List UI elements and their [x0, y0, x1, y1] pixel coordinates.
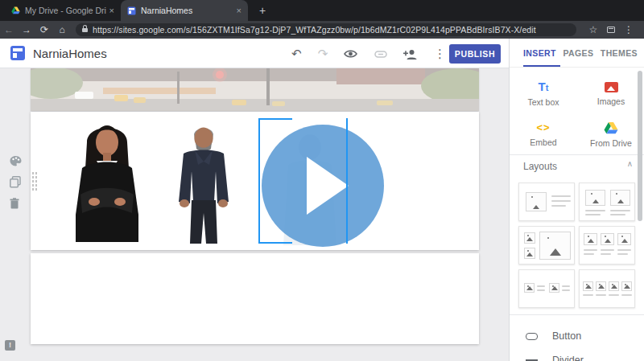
padlock-icon	[82, 28, 88, 32]
selection-left-edge	[258, 118, 260, 244]
close-icon[interactable]: ×	[237, 6, 242, 15]
layout-four-images-row[interactable]	[579, 269, 635, 308]
insert-items-grid: Tt Text box Images <> Embed From Drive	[510, 74, 644, 154]
active-tab-underline	[523, 65, 560, 67]
editor-canvas: !	[0, 68, 509, 361]
editor-actions: ↶ ↷	[291, 45, 446, 63]
selection-top-edge	[258, 118, 292, 120]
selection-bottom-edge	[258, 242, 292, 244]
layout-two-images-text-below[interactable]	[579, 183, 635, 221]
navbar-actions: ☆ ⋮	[584, 24, 644, 35]
google-drive-icon	[604, 121, 618, 134]
feedback-icon[interactable]: !	[5, 340, 15, 351]
browser-window: My Drive - Google Drive × NarniaHomes × …	[0, 0, 644, 361]
video-play-button[interactable]	[262, 125, 384, 247]
bookmark-star-icon[interactable]: ☆	[584, 24, 602, 35]
embed-code-icon: <>	[536, 122, 550, 133]
businesswoman-photo[interactable]	[63, 118, 151, 242]
browser-navbar: ← → ⟳ ⌂ https://sites.google.com/s/156ZX…	[0, 21, 644, 39]
tab-bar: My Drive - Google Drive × NarniaHomes × …	[0, 0, 644, 21]
images-icon	[605, 82, 618, 92]
tab-my-drive[interactable]: My Drive - Google Drive ×	[5, 0, 121, 21]
home-icon[interactable]: ⌂	[53, 24, 71, 35]
layout-two-image-text-pairs[interactable]	[518, 269, 575, 308]
section-drag-handle[interactable]	[31, 171, 39, 191]
layout-thumbnails-left-large-right[interactable]	[518, 226, 575, 265]
insert-button-item[interactable]: Button	[510, 325, 644, 347]
preview-eye-icon[interactable]	[344, 49, 357, 59]
insert-images[interactable]: Images	[577, 74, 644, 114]
divider-line	[510, 314, 644, 315]
address-bar[interactable]: https://sites.google.com/s/156ZXTM1IfSa7…	[76, 23, 576, 36]
back-icon[interactable]: ←	[0, 24, 18, 35]
tab-insert[interactable]: INSERT	[523, 48, 556, 58]
tab-pages[interactable]: PAGES	[563, 48, 593, 58]
empty-section[interactable]	[31, 253, 479, 344]
header-image-section[interactable]	[31, 68, 479, 111]
insert-text-box[interactable]: Tt Text box	[510, 74, 577, 114]
delete-section-icon[interactable]	[10, 198, 22, 210]
sidebar-tabs: INSERT PAGES THEMES	[510, 39, 644, 68]
tab-title: NarniaHomes	[141, 6, 233, 15]
url-text[interactable]: https://sites.google.com/s/156ZXTM1IfSa7…	[93, 25, 536, 35]
undo-icon[interactable]: ↶	[291, 45, 302, 63]
text-box-icon: Tt	[539, 81, 549, 93]
add-editors-icon[interactable]	[403, 49, 418, 59]
button-icon	[526, 333, 538, 340]
insert-sidebar: INSERT PAGES THEMES Tt Text box Images <…	[509, 39, 644, 361]
divider-line	[510, 154, 644, 155]
copy-link-icon	[374, 51, 387, 58]
browser-extension-icon[interactable]	[607, 27, 615, 33]
reload-icon[interactable]: ⟳	[35, 24, 53, 35]
section-style-palette-icon[interactable]	[10, 155, 22, 167]
redo-icon: ↷	[318, 45, 328, 63]
publish-button[interactable]: PUBLISH	[449, 44, 501, 64]
street-scene-image	[31, 68, 479, 111]
google-drive-favicon	[11, 6, 20, 14]
google-sites-logo[interactable]	[10, 46, 25, 60]
google-sites-favicon	[127, 6, 136, 15]
duplicate-section-icon[interactable]	[10, 176, 22, 188]
browser-menu-icon[interactable]: ⋮	[620, 24, 638, 35]
insert-from-drive[interactable]: From Drive	[577, 114, 644, 154]
more-menu-icon[interactable]: ⋮	[434, 45, 446, 63]
layouts-section-label: Layouts	[523, 161, 557, 172]
tab-title: My Drive - Google Drive	[25, 6, 106, 15]
sidebar-scrollbar[interactable]	[638, 71, 642, 221]
collapse-icon[interactable]: ∧	[627, 159, 633, 168]
forward-icon[interactable]: →	[18, 24, 35, 35]
businessman-photo[interactable]	[158, 123, 250, 244]
site-title[interactable]: NarniaHomes	[33, 47, 107, 60]
close-icon[interactable]: ×	[109, 6, 114, 15]
layout-three-images-text-below[interactable]	[579, 226, 635, 265]
new-tab-button[interactable]: +	[254, 2, 270, 18]
insert-embed[interactable]: <> Embed	[510, 114, 577, 154]
insert-divider-item[interactable]: Divider	[510, 349, 644, 361]
selection-right-edge[interactable]	[346, 118, 348, 244]
tab-themes[interactable]: THEMES	[601, 48, 638, 58]
tab-narniahomes[interactable]: NarniaHomes ×	[121, 0, 248, 21]
layout-image-left-text-right[interactable]	[518, 183, 575, 221]
